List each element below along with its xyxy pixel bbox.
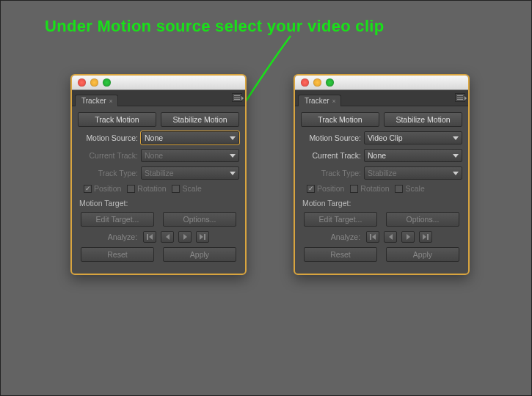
track-motion-button[interactable]: Track Motion xyxy=(301,112,379,127)
chevron-down-icon xyxy=(453,154,459,158)
position-checkbox: ✓Position xyxy=(307,184,344,193)
rotation-checkbox: Rotation xyxy=(350,184,389,193)
edit-target-button: Edit Target... xyxy=(304,212,377,227)
motion-source-select[interactable]: Video Clip xyxy=(364,131,462,144)
current-track-label: Current Track: xyxy=(78,151,138,160)
tab-bar: Tracker × xyxy=(72,90,245,106)
zoom-icon[interactable] xyxy=(326,78,334,87)
track-type-label: Track Type: xyxy=(301,169,361,177)
current-track-select[interactable]: None xyxy=(364,149,462,162)
motion-target-label: Motion Target: xyxy=(78,199,239,208)
close-tab-icon[interactable]: × xyxy=(332,98,336,105)
tab-tracker[interactable]: Tracker × xyxy=(75,95,118,106)
track-type-select: Stabilize xyxy=(141,166,239,180)
tab-tracker[interactable]: Tracker × xyxy=(298,95,341,106)
tab-label: Tracker xyxy=(305,97,329,105)
chevron-down-icon xyxy=(230,136,236,140)
minimize-icon[interactable] xyxy=(90,78,98,87)
scale-checkbox: Scale xyxy=(395,184,424,193)
analyze-step-back-icon xyxy=(366,231,379,243)
options-button: Options... xyxy=(386,212,459,227)
chevron-down-icon xyxy=(230,154,236,158)
motion-source-value: None xyxy=(145,133,163,142)
chevron-down-icon xyxy=(230,172,236,175)
motion-source-select[interactable]: None xyxy=(141,131,239,144)
analyze-label: Analyze: xyxy=(331,232,360,241)
panel-body: Track Motion Stabilize Motion Motion Sou… xyxy=(72,106,245,274)
panel-body: Track Motion Stabilize Motion Motion Sou… xyxy=(295,106,468,274)
tracker-window-before: Tracker × Track Motion Stabilize Motion … xyxy=(70,74,247,275)
analyze-forward-icon xyxy=(401,231,415,243)
analyze-step-back-icon xyxy=(143,231,156,243)
rotation-checkbox: Rotation xyxy=(127,184,166,193)
edit-target-button: Edit Target... xyxy=(81,212,154,227)
analyze-step-forward-icon xyxy=(196,231,209,243)
panel-menu-icon[interactable] xyxy=(455,93,465,102)
stabilize-motion-button[interactable]: Stabilize Motion xyxy=(161,112,239,127)
tab-label: Tracker xyxy=(81,97,106,105)
motion-source-label: Motion Source: xyxy=(78,133,138,142)
current-track-select: None xyxy=(141,149,239,162)
instruction-text: Under Motion source select your video cl… xyxy=(45,17,384,36)
apply-button: Apply xyxy=(163,247,236,262)
chevron-down-icon xyxy=(453,136,459,140)
position-checkbox: ✓Position xyxy=(84,184,121,193)
analyze-back-icon xyxy=(161,231,174,243)
panel-menu-icon[interactable] xyxy=(232,93,242,102)
current-track-label: Current Track: xyxy=(301,151,361,160)
tab-bar: Tracker × xyxy=(295,90,468,106)
track-type-label: Track Type: xyxy=(78,169,138,177)
track-type-value: Stabilize xyxy=(368,169,397,177)
reset-button: Reset xyxy=(81,247,154,262)
analyze-back-icon xyxy=(384,231,397,243)
window-titlebar xyxy=(72,76,245,90)
reset-button: Reset xyxy=(304,247,377,262)
minimize-icon[interactable] xyxy=(313,78,321,87)
motion-source-label: Motion Source: xyxy=(301,133,361,142)
options-button: Options... xyxy=(163,212,236,227)
window-titlebar xyxy=(295,76,468,90)
close-icon[interactable] xyxy=(78,78,86,87)
current-track-value: None xyxy=(145,151,163,160)
track-type-select: Stabilize xyxy=(364,166,462,180)
scale-checkbox: Scale xyxy=(172,184,201,193)
analyze-forward-icon xyxy=(178,231,192,243)
motion-target-label: Motion Target: xyxy=(301,199,462,208)
analyze-label: Analyze: xyxy=(108,232,137,241)
close-tab-icon[interactable]: × xyxy=(109,98,113,105)
zoom-icon[interactable] xyxy=(103,78,111,87)
analyze-step-forward-icon xyxy=(419,231,432,243)
motion-source-value: Video Clip xyxy=(368,133,403,142)
track-motion-button[interactable]: Track Motion xyxy=(78,112,156,127)
stabilize-motion-button[interactable]: Stabilize Motion xyxy=(384,112,462,127)
apply-button: Apply xyxy=(386,247,459,262)
current-track-value: None xyxy=(368,151,386,160)
tracker-window-after: Tracker × Track Motion Stabilize Motion … xyxy=(294,74,470,275)
track-type-value: Stabilize xyxy=(145,169,174,177)
chevron-down-icon xyxy=(453,172,459,175)
close-icon[interactable] xyxy=(301,78,309,87)
